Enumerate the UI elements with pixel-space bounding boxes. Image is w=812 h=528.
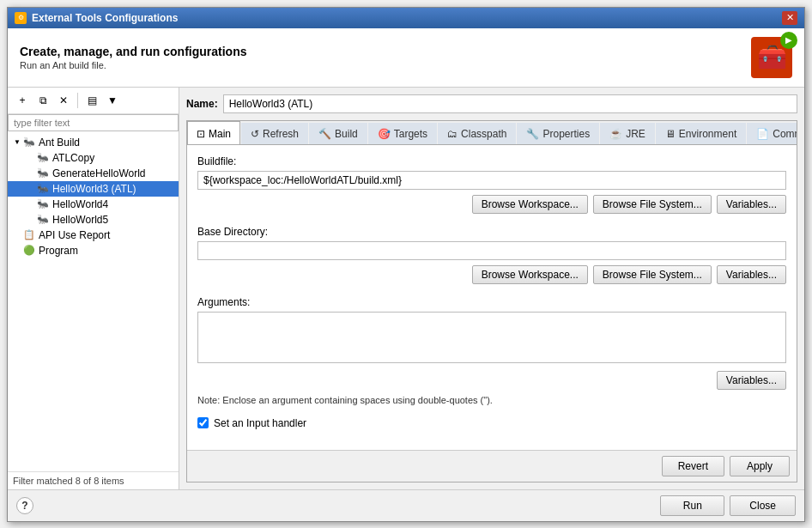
tab-classpath[interactable]: 🗂 Classpath <box>438 123 516 144</box>
tree-item-generate-hello-world[interactable]: 🐜 GenerateHelloWorld <box>8 166 179 181</box>
header-subtitle: Run an Ant build file. <box>20 60 247 70</box>
buildfile-browse-filesystem-button[interactable]: Browse File System... <box>593 195 712 214</box>
tab-main-label: Main <box>209 128 231 140</box>
targets-tab-icon: 🎯 <box>378 128 391 140</box>
run-button[interactable]: Run <box>660 495 724 516</box>
tab-classpath-label: Classpath <box>461 128 506 140</box>
app-icon: ⚙ <box>15 12 27 24</box>
arguments-textarea[interactable] <box>197 312 786 363</box>
buildfile-variables-button[interactable]: Variables... <box>717 195 786 214</box>
properties-tab-icon: 🔧 <box>526 128 539 140</box>
buildfile-section: Buildfile: Browse Workspace... Browse Fi… <box>197 155 786 214</box>
tree-arrow-ghw <box>27 169 35 178</box>
run-icon: ▶ <box>780 32 797 49</box>
arguments-section: Arguments: Variables... Note: Enclose an… <box>197 296 786 405</box>
sidebar-footer: Filter matched 8 of 8 items <box>8 471 179 489</box>
environment-tab-icon: 🖥 <box>665 128 676 140</box>
refresh-tab-icon: ↺ <box>251 128 259 140</box>
revert-button[interactable]: Revert <box>662 456 724 476</box>
ant-icon-hw3: 🐜 <box>37 183 49 195</box>
buildfile-browse-buttons: Browse Workspace... Browse File System..… <box>197 195 786 214</box>
note-text: Note: Enclose an argument containing spa… <box>197 395 786 405</box>
tree-item-atlcopy[interactable]: 🐜 ATLCopy <box>8 150 179 166</box>
copy-config-button[interactable]: ⧉ <box>33 91 52 110</box>
ant-icon-atlcopy: 🐜 <box>37 152 49 164</box>
collapse-button[interactable]: ▤ <box>82 91 101 110</box>
tab-common[interactable]: 📄 Common <box>747 123 797 144</box>
tabs-panel: ⊡ Main ↺ Refresh 🔨 Build 🎯 Targets <box>186 120 797 482</box>
buildfile-browse-workspace-button[interactable]: Browse Workspace... <box>472 195 588 214</box>
more-button[interactable]: ▼ <box>103 91 122 110</box>
dialog-window: ⚙ External Tools Configurations ✕ Create… <box>7 7 805 522</box>
basedir-browse-workspace-button[interactable]: Browse Workspace... <box>472 265 588 284</box>
basedir-variables-button[interactable]: Variables... <box>717 265 786 284</box>
tree-item-program[interactable]: 🟢 Program <box>8 243 179 258</box>
buildfile-input[interactable] <box>197 171 786 190</box>
tab-build[interactable]: 🔨 Build <box>309 123 367 144</box>
tree-label-ant-build: Ant Build <box>39 137 80 149</box>
input-handler-label: Set an Input handler <box>214 417 306 429</box>
tree-arrow-program <box>13 246 21 255</box>
name-row: Name: <box>186 94 797 113</box>
name-label: Name: <box>186 98 218 110</box>
tab-properties[interactable]: 🔧 Properties <box>517 123 599 144</box>
tree-label-hw3: HelloWorld3 (ATL) <box>52 183 136 195</box>
header-title: Create, manage, and run configurations <box>20 45 247 58</box>
tree-item-helloworld5[interactable]: 🐜 HelloWorld5 <box>8 212 179 228</box>
tree-arrow-hw4 <box>27 200 35 209</box>
delete-config-button[interactable]: ✕ <box>54 91 73 110</box>
help-button[interactable]: ? <box>16 497 33 514</box>
tab-build-label: Build <box>335 128 358 140</box>
input-handler-row: Set an Input handler <box>197 417 786 429</box>
sidebar: + ⧉ ✕ ▤ ▼ ▼ 🐜 Ant Build 🐜 <box>8 88 179 489</box>
tab-jre-label: JRE <box>626 128 645 140</box>
tab-jre[interactable]: ☕ JRE <box>600 123 655 144</box>
tab-content-main: Buildfile: Browse Workspace... Browse Fi… <box>187 145 797 450</box>
tree-arrow-atlcopy <box>27 154 35 162</box>
ant-icon-ghw: 🐜 <box>37 167 49 179</box>
program-icon: 🟢 <box>23 245 35 257</box>
dialog-footer: ? Run Close <box>8 489 804 521</box>
tab-environment[interactable]: 🖥 Environment <box>656 123 746 144</box>
arguments-wrapper <box>197 312 786 371</box>
close-window-button[interactable]: ✕ <box>782 11 797 25</box>
title-bar: ⚙ External Tools Configurations ✕ <box>8 8 804 28</box>
tree-arrow-api <box>13 231 21 240</box>
arguments-variables-button[interactable]: Variables... <box>717 371 786 390</box>
tree-item-api-use-report[interactable]: 📋 API Use Report <box>8 228 179 243</box>
arguments-label: Arguments: <box>197 296 786 308</box>
tree-item-helloworld3-atl[interactable]: 🐜 HelloWorld3 (ATL) <box>8 181 179 197</box>
tab-environment-label: Environment <box>679 128 736 140</box>
input-handler-checkbox[interactable] <box>197 417 209 428</box>
tab-refresh[interactable]: ↺ Refresh <box>241 123 308 144</box>
classpath-tab-icon: 🗂 <box>447 128 458 140</box>
api-icon: 📋 <box>23 229 35 241</box>
arguments-buttons: Variables... <box>197 371 786 390</box>
buildfile-label: Buildfile: <box>197 155 786 167</box>
title-bar-left: ⚙ External Tools Configurations <box>15 12 178 24</box>
name-input[interactable] <box>223 94 797 113</box>
header: Create, manage, and run configurations R… <box>8 28 804 88</box>
new-config-button[interactable]: + <box>13 91 32 110</box>
tab-targets[interactable]: 🎯 Targets <box>368 123 437 144</box>
tab-main[interactable]: ⊡ Main <box>187 121 240 144</box>
apply-button[interactable]: Apply <box>730 456 790 476</box>
basedir-browse-filesystem-button[interactable]: Browse File System... <box>593 265 712 284</box>
footer-run-buttons: Run Close <box>660 495 796 516</box>
close-button[interactable]: Close <box>730 495 796 516</box>
tree-arrow-hw3 <box>27 185 35 193</box>
tab-refresh-label: Refresh <box>263 128 299 140</box>
basedir-label: Base Directory: <box>197 226 786 238</box>
tab-properties-label: Properties <box>542 128 590 140</box>
tab-common-label: Common <box>773 128 797 140</box>
tab-targets-label: Targets <box>394 128 427 140</box>
sidebar-toolbar: + ⧉ ✕ ▤ ▼ <box>8 88 179 114</box>
content: + ⧉ ✕ ▤ ▼ ▼ 🐜 Ant Build 🐜 <box>8 88 804 489</box>
tree-item-ant-build[interactable]: ▼ 🐜 Ant Build <box>8 135 179 150</box>
main-tab-icon: ⊡ <box>197 128 205 140</box>
build-tab-icon: 🔨 <box>318 128 331 140</box>
tree-item-helloworld4[interactable]: 🐜 HelloWorld4 <box>8 197 179 212</box>
filter-input[interactable] <box>8 114 179 131</box>
basedir-input[interactable] <box>197 241 786 260</box>
bottom-buttons: Revert Apply <box>187 450 797 482</box>
